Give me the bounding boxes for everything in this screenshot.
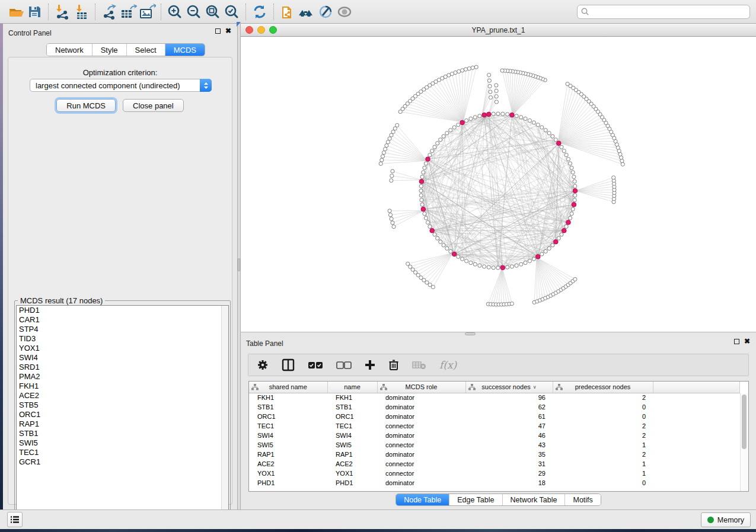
memory-label: Memory [717,516,744,524]
table-row[interactable]: PHD1PHD1dominator180 [249,478,740,488]
column-header-MCDS-role[interactable]: MCDS role [377,382,465,393]
table-cell: SWI5 [327,440,377,450]
column-header-successor-nodes[interactable]: successor nodes∨ [465,382,553,393]
table-row[interactable]: STB1STB1dominator620 [249,402,740,412]
zoom-out-icon[interactable] [184,2,203,21]
export-table-icon[interactable] [119,2,138,21]
network-window-title: YPA_prune.txt_1 [241,26,756,34]
network-graph[interactable] [241,37,756,332]
select-all-checkboxes-icon[interactable] [308,360,323,370]
column-header-shared-name[interactable]: shared name [249,382,327,393]
table-row[interactable]: TEC1TEC1connector472 [249,421,740,431]
mcds-result-list[interactable]: PHD1CAR1STP4TID3YOX1SWI4SRD1PMA2FKH1ACE2… [16,305,229,519]
toolbar-separator [245,4,246,20]
run-mcds-button[interactable]: Run MCDS [56,99,116,112]
table-cell: YOX1 [327,469,377,478]
task-history-button[interactable] [7,512,23,527]
network-canvas[interactable] [241,37,756,332]
table-cell: 43 [465,440,553,450]
mcds-result-item[interactable]: SWI4 [17,353,228,363]
table-cell: 35 [465,450,553,459]
memory-button[interactable]: Memory [701,512,751,527]
mcds-result-item[interactable]: GCR1 [17,457,228,467]
zoom-fit-icon[interactable] [203,2,222,21]
column-header-name[interactable]: name [327,382,377,393]
table-cell: 0 [553,478,653,488]
optimization-criterion-dropdown[interactable]: largest connected component (undirected) [30,79,212,92]
mcds-result-item[interactable]: TEC1 [17,448,228,457]
table-settings-gear-icon[interactable] [257,359,269,371]
mcds-result-item[interactable]: YOX1 [17,344,228,353]
control-panel-tab-bar: Network Style Select MCDS [46,43,205,56]
search-input[interactable] [577,5,750,19]
mcds-result-group: MCDS result (17 nodes) PHD1CAR1STP4TID3Y… [14,300,231,521]
clone-network-icon[interactable] [278,2,297,21]
export-network-icon[interactable] [100,2,119,21]
show-graphics-details-icon[interactable] [335,2,354,21]
tab-motifs[interactable]: Motifs [565,494,600,505]
mcds-result-item[interactable]: FKH1 [17,382,228,391]
mcds-result-item[interactable]: CAR1 [17,315,228,325]
table-cell: 2 [553,431,653,440]
mcds-result-item[interactable]: RAP1 [17,419,228,429]
column-header-label: name [344,383,361,390]
mcds-result-item[interactable]: TID3 [17,334,228,344]
table-panel-close-icon[interactable]: ✖ [744,339,750,344]
mcds-result-item[interactable]: ORC1 [17,410,228,419]
open-file-icon[interactable] [6,2,25,21]
table-scrollbar-thumb[interactable] [742,395,747,449]
mcds-result-item[interactable]: PMA2 [17,372,228,382]
deselect-all-checkboxes-icon[interactable] [336,360,352,370]
table-row[interactable]: RAP1RAP1dominator352 [249,450,740,459]
find-network-icon[interactable] [297,2,316,21]
import-table-icon[interactable] [72,2,91,21]
node-table[interactable]: shared namenameMCDS rolesuccessor nodes∨… [248,381,749,492]
tab-mcds[interactable]: MCDS [165,44,205,56]
mcds-result-item[interactable]: SWI5 [17,438,228,448]
network-window-titlebar[interactable]: YPA_prune.txt_1 [241,24,756,37]
vertical-splitter-handle[interactable] [238,258,240,271]
horizontal-splitter-handle[interactable] [465,332,476,335]
table-row[interactable]: SWI4SWI4dominator462 [249,431,740,440]
column-visibility-icon[interactable] [282,358,295,371]
table-row[interactable]: ACE2ACE2connector311 [249,459,740,469]
export-image-icon[interactable] [138,2,157,21]
tab-edge-table[interactable]: Edge Table [449,494,502,505]
column-header-predecessor-nodes[interactable]: predecessor nodes [553,382,653,393]
table-scrollbar[interactable] [740,393,748,492]
control-panel-close-icon[interactable]: ✖ [225,28,231,34]
tab-node-table[interactable]: Node Table [396,494,449,505]
table-cell: connector [377,421,465,431]
close-panel-button[interactable]: Close panel [123,99,184,112]
control-panel-float-icon[interactable] [215,28,221,34]
tab-network-table[interactable]: Network Table [503,494,566,505]
mcds-result-item[interactable]: STB1 [17,429,228,438]
table-cell: ACE2 [249,459,327,469]
mcds-list-scrollbar[interactable] [221,306,228,518]
table-row[interactable]: YOX1YOX1connector291 [249,469,740,478]
mcds-result-item[interactable]: STB5 [17,400,228,410]
table-row[interactable]: ORC1ORC1dominator610 [249,412,740,421]
tab-network[interactable]: Network [47,44,92,56]
mcds-result-item[interactable]: SRD1 [17,363,228,372]
table-cell: RAP1 [249,450,327,459]
zoom-selected-icon[interactable] [222,2,241,21]
hide-panels-icon[interactable] [316,2,335,21]
save-session-icon[interactable] [25,2,44,21]
table-row[interactable]: SWI5SWI5connector431 [249,440,740,450]
table-cell: 2 [553,393,653,402]
tab-style[interactable]: Style [92,44,127,56]
import-network-icon[interactable] [53,2,72,21]
refresh-icon[interactable] [250,2,269,21]
table-toolbar: f(x) [248,354,749,376]
mcds-result-item[interactable]: PHD1 [17,306,228,315]
add-column-icon[interactable] [365,360,375,370]
delete-column-icon[interactable] [388,359,399,371]
zoom-in-icon[interactable] [165,2,184,21]
table-row[interactable]: FKH1FKH1dominator962 [249,393,740,402]
tab-select[interactable]: Select [127,44,165,56]
mcds-result-item[interactable]: STP4 [17,325,228,334]
mcds-result-item[interactable]: ACE2 [17,391,228,400]
memory-status-icon [707,517,714,523]
table-panel-float-icon[interactable] [734,339,739,344]
